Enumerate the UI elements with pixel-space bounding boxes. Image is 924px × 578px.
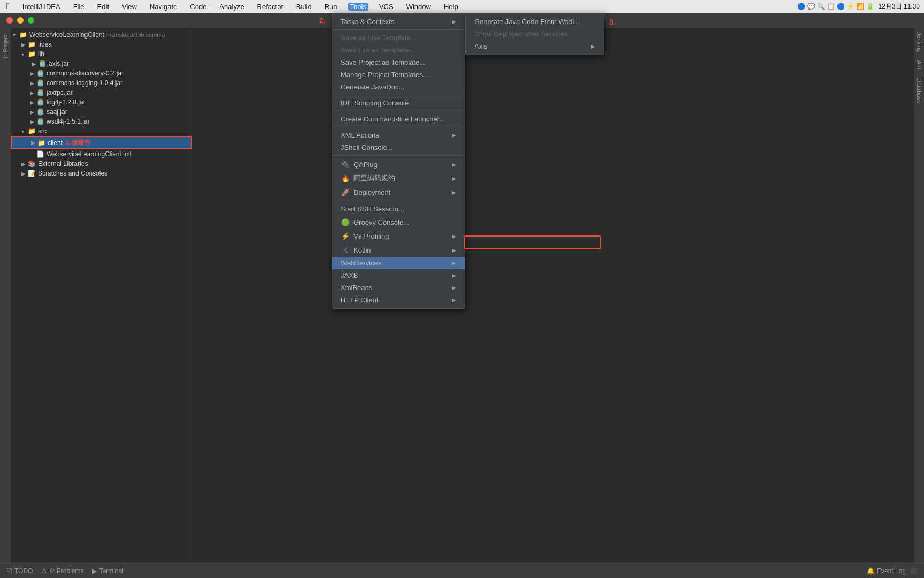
menu-kotlin[interactable]: K Kotlin ▶ bbox=[332, 243, 465, 257]
qa-icon: 🔌 bbox=[341, 159, 350, 169]
menubar-vcs[interactable]: VCS bbox=[377, 3, 396, 11]
log4j-label: log4j-1.2.8.jar bbox=[47, 98, 86, 106]
tasks-label: Tasks & Contexts bbox=[341, 18, 394, 26]
statusbar-problems[interactable]: ⚠ 6: Problems bbox=[41, 567, 83, 575]
menubar-analyze[interactable]: Analyze bbox=[217, 3, 246, 11]
main-area bbox=[192, 28, 914, 563]
qaplug-label: QAPlug bbox=[353, 161, 378, 169]
menu-tasks-contexts[interactable]: Tasks & Contexts ▶ bbox=[332, 16, 465, 28]
kotlin-arrow: ▶ bbox=[452, 247, 456, 253]
menubar-navigate[interactable]: Navigate bbox=[148, 3, 179, 11]
separator-3 bbox=[332, 111, 465, 111]
menubar-file[interactable]: File bbox=[71, 3, 87, 11]
todo-icon: ☑ bbox=[6, 567, 12, 575]
statusbar-event-log[interactable]: 🔔 Event Log bbox=[867, 567, 906, 575]
scratches-icon: 📝 bbox=[28, 170, 36, 177]
tree-saaj-jar[interactable]: ▶ 🫙 saaj.jar bbox=[11, 107, 192, 117]
tree-log4j-jar[interactable]: ▶ 🫙 log4j-1.2.8.jar bbox=[11, 97, 192, 107]
menubar-code[interactable]: Code bbox=[188, 3, 209, 11]
menu-jshell-console[interactable]: JShell Console... bbox=[332, 141, 465, 154]
generate-javadoc-label: Generate JavaDoc... bbox=[341, 83, 404, 91]
sidebar-tab-project[interactable]: 1: Project bbox=[1, 32, 10, 61]
tree-scratches[interactable]: ▶ 📝 Scratches and Consoles bbox=[11, 169, 192, 178]
client-arrow: ▶ bbox=[31, 140, 37, 146]
tree-root[interactable]: ▾ 📁 WebserviceLearningClient ~/Desktop/J… bbox=[11, 30, 192, 40]
menu-v8-profiling[interactable]: ⚡ V8 Profiling ▶ bbox=[332, 229, 465, 243]
tree-external-libs[interactable]: ▶ 📚 External Libraries bbox=[11, 159, 192, 169]
idea-folder-icon: 📁 bbox=[28, 41, 36, 48]
jaxrpc-arrow: ▶ bbox=[30, 90, 36, 96]
menu-save-project-template[interactable]: Save Project as Template... bbox=[332, 56, 465, 69]
commons-log-icon: 🫙 bbox=[36, 79, 44, 87]
system-icons: 🔵 💬 🔍 📋 🔵 ⚡ 📶 🔋 bbox=[797, 3, 874, 10]
statusbar-terminal[interactable]: ▶ Terminal bbox=[92, 567, 123, 575]
v8-arrow: ▶ bbox=[452, 233, 456, 239]
tree-axis-jar[interactable]: ▶ 🫙 axis.jar bbox=[11, 59, 192, 69]
v8-label: V8 Profiling bbox=[353, 232, 389, 240]
log4j-arrow: ▶ bbox=[30, 100, 36, 105]
menubar-tools[interactable]: Tools bbox=[348, 3, 368, 11]
statusbar-todo[interactable]: ☑ TODO bbox=[6, 567, 33, 575]
step3-highlight-box bbox=[464, 235, 601, 249]
deployment-label: Deployment bbox=[353, 188, 390, 196]
menu-axis[interactable]: Axis ▶ bbox=[466, 40, 604, 52]
menu-create-commandline-launcher[interactable]: Create Command-line Launcher... bbox=[332, 113, 465, 125]
ali-icon: 🔥 bbox=[341, 173, 350, 183]
menubar-edit[interactable]: Edit bbox=[95, 3, 111, 11]
menu-xmlbeans[interactable]: XmlBeans ▶ bbox=[332, 282, 465, 294]
menu-deployment[interactable]: 🚀 Deployment ▶ bbox=[332, 185, 465, 199]
menu-show-deployed: Show Deployed Web Services bbox=[466, 28, 604, 40]
menubar-build[interactable]: Build bbox=[294, 3, 314, 11]
menu-http-client[interactable]: HTTP Client ▶ bbox=[332, 294, 465, 306]
maximize-button[interactable] bbox=[28, 17, 34, 24]
v8-icon: ⚡ bbox=[341, 231, 350, 241]
menu-gen-java-wsdl[interactable]: Generate Java Code From Wsdl... 3. bbox=[466, 16, 604, 28]
menu-manage-project-templates[interactable]: Manage Project Templates... bbox=[332, 69, 465, 81]
menu-save-live-template: Save as Live Template... bbox=[332, 32, 465, 44]
tree-lib[interactable]: ▾ 📁 lib bbox=[11, 49, 192, 59]
wsdl4j-icon: 🫙 bbox=[36, 118, 44, 125]
saaj-label: saaj.jar bbox=[47, 108, 67, 116]
right-tab-jenkins[interactable]: Jenkins bbox=[915, 28, 923, 56]
menu-ide-scripting-console[interactable]: IDE Scripting Console bbox=[332, 97, 465, 109]
right-tab-database[interactable]: Database bbox=[915, 74, 923, 108]
tasks-arrow: ▶ bbox=[452, 19, 456, 25]
lib-label: lib bbox=[38, 50, 44, 58]
menubar-run[interactable]: Run bbox=[322, 3, 340, 11]
menu-qaplug[interactable]: 🔌 QAPlug ▶ bbox=[332, 157, 465, 171]
tree-commons-discovery-jar[interactable]: ▶ 🫙 commons-discovery-0.2.jar bbox=[11, 69, 192, 78]
deploy-icon: 🚀 bbox=[341, 187, 350, 197]
menu-generate-javadoc[interactable]: Generate JavaDoc... bbox=[332, 81, 465, 93]
menu-start-ssh[interactable]: Start SSH Session... bbox=[332, 203, 465, 215]
jshell-label: JShell Console... bbox=[341, 143, 393, 151]
menubar-view[interactable]: View bbox=[120, 3, 139, 11]
jaxrpc-icon: 🫙 bbox=[36, 89, 44, 96]
tree-wsdl4j-jar[interactable]: ▶ 🫙 wsdl4j-1.5.1.jar bbox=[11, 117, 192, 126]
right-tab-ant[interactable]: Ant bbox=[915, 56, 923, 74]
menubar-refactor[interactable]: Refactor bbox=[255, 3, 286, 11]
statusbar-circle bbox=[910, 567, 918, 575]
axis-submenu-arrow: ▶ bbox=[591, 43, 595, 49]
tree-src[interactable]: ▾ 📁 src bbox=[11, 126, 192, 136]
menubar-window[interactable]: Window bbox=[404, 3, 433, 11]
tree-client[interactable]: ▶ 📁 client 1.创建包 bbox=[11, 136, 192, 149]
minimize-button[interactable] bbox=[17, 17, 24, 24]
menu-jaxb[interactable]: JAXB ▶ bbox=[332, 269, 465, 282]
close-button[interactable] bbox=[6, 17, 13, 24]
tree-iml[interactable]: ▶ 📄 WebserviceLearningClient.iml bbox=[11, 149, 192, 159]
tree-commons-logging-jar[interactable]: ▶ 🫙 commons-logging-1.0.4.jar bbox=[11, 78, 192, 88]
tree-jaxrpc-jar[interactable]: ▶ 🫙 jaxrpc.jar bbox=[11, 88, 192, 97]
apple-menu[interactable]:  bbox=[4, 2, 12, 11]
menubar-help[interactable]: Help bbox=[442, 3, 460, 11]
scratches-label: Scratches and Consoles bbox=[38, 170, 107, 177]
menu-webservices[interactable]: WebServices ▶ bbox=[332, 257, 465, 269]
menu-ali-code[interactable]: 🔥 阿里编码规约 ▶ bbox=[332, 171, 465, 185]
kotlin-icon: K bbox=[341, 245, 350, 255]
tree-idea[interactable]: ▶ 📁 .idea bbox=[11, 40, 192, 49]
menu-groovy-console[interactable]: 🟢 Groovy Console... bbox=[332, 215, 465, 229]
menubar:  IntelliJ IDEA File Edit View Navigate … bbox=[0, 0, 924, 13]
menubar-intellij[interactable]: IntelliJ IDEA bbox=[20, 3, 63, 11]
separator-5 bbox=[332, 155, 465, 156]
menu-xml-actions[interactable]: XML Actions ▶ bbox=[332, 129, 465, 141]
manage-project-label: Manage Project Templates... bbox=[341, 71, 429, 79]
